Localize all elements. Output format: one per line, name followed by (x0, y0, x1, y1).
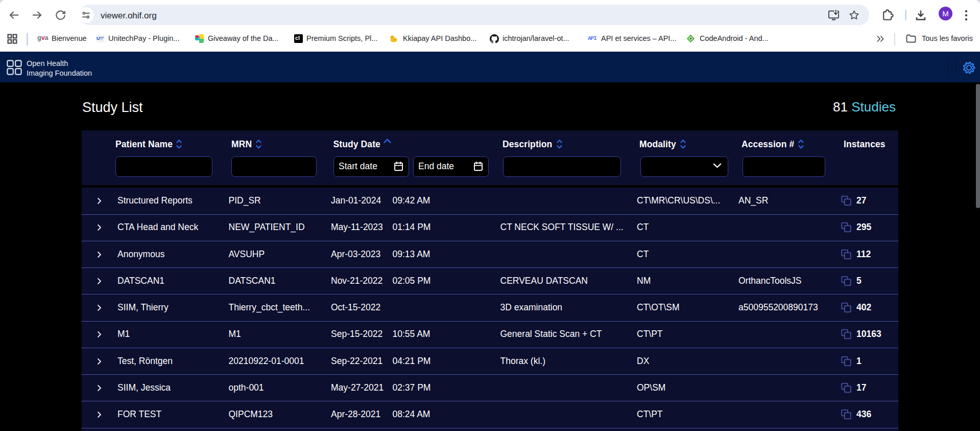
svg-text:U: U (97, 36, 100, 41)
